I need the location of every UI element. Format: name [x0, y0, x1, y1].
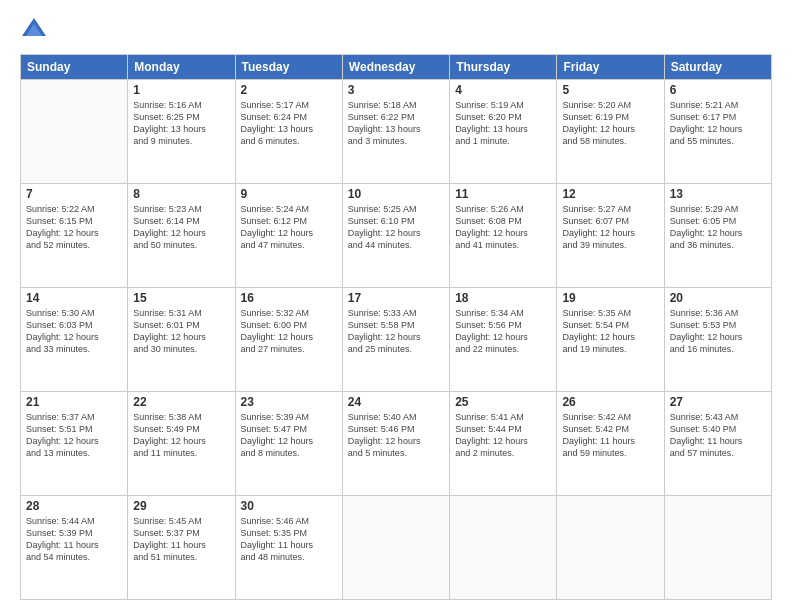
- day-number: 20: [670, 291, 766, 305]
- header: [20, 16, 772, 44]
- day-number: 2: [241, 83, 337, 97]
- day-cell: 22Sunrise: 5:38 AM Sunset: 5:49 PM Dayli…: [128, 392, 235, 496]
- day-info: Sunrise: 5:33 AM Sunset: 5:58 PM Dayligh…: [348, 307, 444, 356]
- day-info: Sunrise: 5:39 AM Sunset: 5:47 PM Dayligh…: [241, 411, 337, 460]
- day-info: Sunrise: 5:37 AM Sunset: 5:51 PM Dayligh…: [26, 411, 122, 460]
- day-number: 27: [670, 395, 766, 409]
- day-cell: [21, 80, 128, 184]
- day-cell: 19Sunrise: 5:35 AM Sunset: 5:54 PM Dayli…: [557, 288, 664, 392]
- week-row-1: 1Sunrise: 5:16 AM Sunset: 6:25 PM Daylig…: [21, 80, 772, 184]
- day-info: Sunrise: 5:31 AM Sunset: 6:01 PM Dayligh…: [133, 307, 229, 356]
- day-number: 7: [26, 187, 122, 201]
- day-info: Sunrise: 5:16 AM Sunset: 6:25 PM Dayligh…: [133, 99, 229, 148]
- day-info: Sunrise: 5:23 AM Sunset: 6:14 PM Dayligh…: [133, 203, 229, 252]
- day-cell: [664, 496, 771, 600]
- day-number: 6: [670, 83, 766, 97]
- day-cell: 29Sunrise: 5:45 AM Sunset: 5:37 PM Dayli…: [128, 496, 235, 600]
- header-row: SundayMondayTuesdayWednesdayThursdayFrid…: [21, 55, 772, 80]
- day-cell: 7Sunrise: 5:22 AM Sunset: 6:15 PM Daylig…: [21, 184, 128, 288]
- day-number: 25: [455, 395, 551, 409]
- day-number: 17: [348, 291, 444, 305]
- day-info: Sunrise: 5:44 AM Sunset: 5:39 PM Dayligh…: [26, 515, 122, 564]
- page: SundayMondayTuesdayWednesdayThursdayFrid…: [0, 0, 792, 612]
- day-number: 10: [348, 187, 444, 201]
- day-cell: 6Sunrise: 5:21 AM Sunset: 6:17 PM Daylig…: [664, 80, 771, 184]
- day-cell: 16Sunrise: 5:32 AM Sunset: 6:00 PM Dayli…: [235, 288, 342, 392]
- day-cell: 20Sunrise: 5:36 AM Sunset: 5:53 PM Dayli…: [664, 288, 771, 392]
- day-info: Sunrise: 5:26 AM Sunset: 6:08 PM Dayligh…: [455, 203, 551, 252]
- day-info: Sunrise: 5:24 AM Sunset: 6:12 PM Dayligh…: [241, 203, 337, 252]
- day-cell: 30Sunrise: 5:46 AM Sunset: 5:35 PM Dayli…: [235, 496, 342, 600]
- day-info: Sunrise: 5:45 AM Sunset: 5:37 PM Dayligh…: [133, 515, 229, 564]
- day-cell: 8Sunrise: 5:23 AM Sunset: 6:14 PM Daylig…: [128, 184, 235, 288]
- day-info: Sunrise: 5:25 AM Sunset: 6:10 PM Dayligh…: [348, 203, 444, 252]
- day-cell: 11Sunrise: 5:26 AM Sunset: 6:08 PM Dayli…: [450, 184, 557, 288]
- calendar-header: SundayMondayTuesdayWednesdayThursdayFrid…: [21, 55, 772, 80]
- day-info: Sunrise: 5:20 AM Sunset: 6:19 PM Dayligh…: [562, 99, 658, 148]
- day-info: Sunrise: 5:36 AM Sunset: 5:53 PM Dayligh…: [670, 307, 766, 356]
- day-info: Sunrise: 5:42 AM Sunset: 5:42 PM Dayligh…: [562, 411, 658, 460]
- day-info: Sunrise: 5:18 AM Sunset: 6:22 PM Dayligh…: [348, 99, 444, 148]
- day-cell: 9Sunrise: 5:24 AM Sunset: 6:12 PM Daylig…: [235, 184, 342, 288]
- day-number: 18: [455, 291, 551, 305]
- day-cell: 2Sunrise: 5:17 AM Sunset: 6:24 PM Daylig…: [235, 80, 342, 184]
- day-number: 12: [562, 187, 658, 201]
- day-number: 26: [562, 395, 658, 409]
- day-number: 22: [133, 395, 229, 409]
- header-cell-sunday: Sunday: [21, 55, 128, 80]
- header-cell-wednesday: Wednesday: [342, 55, 449, 80]
- day-cell: 3Sunrise: 5:18 AM Sunset: 6:22 PM Daylig…: [342, 80, 449, 184]
- day-info: Sunrise: 5:40 AM Sunset: 5:46 PM Dayligh…: [348, 411, 444, 460]
- day-cell: 14Sunrise: 5:30 AM Sunset: 6:03 PM Dayli…: [21, 288, 128, 392]
- day-cell: 13Sunrise: 5:29 AM Sunset: 6:05 PM Dayli…: [664, 184, 771, 288]
- week-row-3: 14Sunrise: 5:30 AM Sunset: 6:03 PM Dayli…: [21, 288, 772, 392]
- day-number: 28: [26, 499, 122, 513]
- calendar-table: SundayMondayTuesdayWednesdayThursdayFrid…: [20, 54, 772, 600]
- day-number: 29: [133, 499, 229, 513]
- day-number: 8: [133, 187, 229, 201]
- day-cell: 23Sunrise: 5:39 AM Sunset: 5:47 PM Dayli…: [235, 392, 342, 496]
- day-cell: [557, 496, 664, 600]
- day-cell: 27Sunrise: 5:43 AM Sunset: 5:40 PM Dayli…: [664, 392, 771, 496]
- day-cell: 4Sunrise: 5:19 AM Sunset: 6:20 PM Daylig…: [450, 80, 557, 184]
- day-number: 14: [26, 291, 122, 305]
- day-cell: 18Sunrise: 5:34 AM Sunset: 5:56 PM Dayli…: [450, 288, 557, 392]
- day-cell: 1Sunrise: 5:16 AM Sunset: 6:25 PM Daylig…: [128, 80, 235, 184]
- day-info: Sunrise: 5:32 AM Sunset: 6:00 PM Dayligh…: [241, 307, 337, 356]
- day-number: 11: [455, 187, 551, 201]
- week-row-4: 21Sunrise: 5:37 AM Sunset: 5:51 PM Dayli…: [21, 392, 772, 496]
- day-cell: 15Sunrise: 5:31 AM Sunset: 6:01 PM Dayli…: [128, 288, 235, 392]
- day-info: Sunrise: 5:29 AM Sunset: 6:05 PM Dayligh…: [670, 203, 766, 252]
- header-cell-saturday: Saturday: [664, 55, 771, 80]
- day-number: 4: [455, 83, 551, 97]
- day-info: Sunrise: 5:30 AM Sunset: 6:03 PM Dayligh…: [26, 307, 122, 356]
- calendar-body: 1Sunrise: 5:16 AM Sunset: 6:25 PM Daylig…: [21, 80, 772, 600]
- day-cell: [342, 496, 449, 600]
- day-number: 15: [133, 291, 229, 305]
- header-cell-tuesday: Tuesday: [235, 55, 342, 80]
- day-cell: 5Sunrise: 5:20 AM Sunset: 6:19 PM Daylig…: [557, 80, 664, 184]
- day-number: 16: [241, 291, 337, 305]
- day-info: Sunrise: 5:21 AM Sunset: 6:17 PM Dayligh…: [670, 99, 766, 148]
- day-number: 24: [348, 395, 444, 409]
- day-cell: 17Sunrise: 5:33 AM Sunset: 5:58 PM Dayli…: [342, 288, 449, 392]
- day-number: 19: [562, 291, 658, 305]
- day-number: 1: [133, 83, 229, 97]
- day-cell: 28Sunrise: 5:44 AM Sunset: 5:39 PM Dayli…: [21, 496, 128, 600]
- day-cell: 21Sunrise: 5:37 AM Sunset: 5:51 PM Dayli…: [21, 392, 128, 496]
- day-cell: 25Sunrise: 5:41 AM Sunset: 5:44 PM Dayli…: [450, 392, 557, 496]
- day-number: 13: [670, 187, 766, 201]
- logo-icon: [20, 16, 48, 44]
- header-cell-friday: Friday: [557, 55, 664, 80]
- day-cell: [450, 496, 557, 600]
- day-info: Sunrise: 5:43 AM Sunset: 5:40 PM Dayligh…: [670, 411, 766, 460]
- week-row-5: 28Sunrise: 5:44 AM Sunset: 5:39 PM Dayli…: [21, 496, 772, 600]
- day-cell: 26Sunrise: 5:42 AM Sunset: 5:42 PM Dayli…: [557, 392, 664, 496]
- day-info: Sunrise: 5:22 AM Sunset: 6:15 PM Dayligh…: [26, 203, 122, 252]
- header-cell-thursday: Thursday: [450, 55, 557, 80]
- day-cell: 12Sunrise: 5:27 AM Sunset: 6:07 PM Dayli…: [557, 184, 664, 288]
- day-number: 23: [241, 395, 337, 409]
- day-number: 21: [26, 395, 122, 409]
- day-number: 9: [241, 187, 337, 201]
- day-info: Sunrise: 5:35 AM Sunset: 5:54 PM Dayligh…: [562, 307, 658, 356]
